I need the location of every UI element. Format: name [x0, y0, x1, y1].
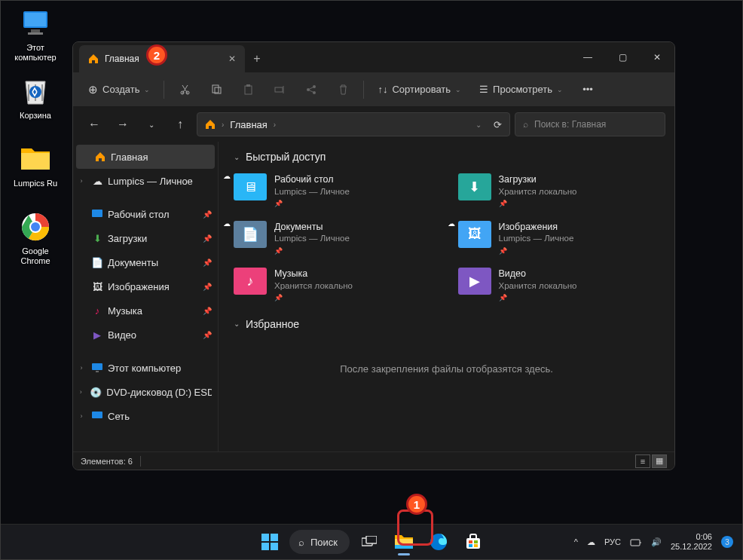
- pin-icon: 📌: [203, 210, 212, 219]
- close-tab-button[interactable]: ✕: [225, 52, 239, 66]
- svg-point-8: [181, 91, 184, 94]
- sidebar-onedrive[interactable]: ›☁Lumpics — Личное: [73, 169, 218, 193]
- sidebar-network[interactable]: ›Сеть: [73, 404, 218, 428]
- windows-icon: [261, 534, 278, 550]
- view-list-button[interactable]: ≡: [635, 454, 650, 468]
- quick-item[interactable]: ☁🖥 Рабочий столLumpics — Личное📌: [234, 173, 436, 209]
- document-icon: 📄: [91, 256, 103, 268]
- paste-icon: [243, 84, 254, 95]
- quick-item[interactable]: ♪ МузыкаХранится локально📌: [234, 268, 436, 303]
- share-button[interactable]: [297, 78, 326, 102]
- more-button[interactable]: •••: [573, 78, 602, 102]
- delete-button[interactable]: [329, 78, 357, 102]
- paste-button[interactable]: [234, 78, 262, 102]
- rename-icon: [274, 84, 286, 95]
- svg-point-4: [29, 86, 41, 98]
- sidebar-home[interactable]: Главная: [76, 145, 215, 169]
- taskbar-search[interactable]: ⌕Поиск: [289, 530, 350, 554]
- monitor-icon: [20, 10, 50, 37]
- desktop-icon-pc[interactable]: Этот компьютер: [7, 7, 64, 63]
- svg-point-9: [186, 91, 189, 94]
- sidebar-pictures[interactable]: 🖼Изображения📌: [73, 274, 218, 298]
- forward-button[interactable]: →: [111, 112, 135, 136]
- quick-item[interactable]: ▶ ВидеоХранится локально📌: [458, 268, 660, 303]
- svg-rect-14: [275, 87, 283, 92]
- svg-rect-12: [245, 86, 252, 94]
- tray-lang[interactable]: РУС: [604, 537, 621, 546]
- view-button[interactable]: ☰Просмотреть⌄: [472, 78, 570, 102]
- new-tab-button[interactable]: +: [245, 45, 269, 72]
- new-button[interactable]: ⊕Создать⌄: [81, 78, 157, 102]
- share-icon: [306, 84, 317, 95]
- cut-icon: [179, 84, 191, 95]
- desktop[interactable]: Этот компьютер Корзина Lumpics Ru Google…: [1, 1, 742, 559]
- recycle-bin-icon: [21, 75, 50, 107]
- section-fav[interactable]: ⌄Избранное: [234, 318, 659, 330]
- sidebar-dvd[interactable]: ›💿DVD-дисковод (D:) ESD-IS: [73, 380, 218, 404]
- home-icon: [205, 119, 216, 130]
- desktop-icon-folder[interactable]: Lumpics Ru: [7, 142, 64, 188]
- start-button[interactable]: [255, 527, 285, 557]
- tray-clock[interactable]: 0:0625.12.2022: [671, 532, 712, 552]
- up-button[interactable]: ↑: [168, 112, 192, 136]
- sidebar-documents[interactable]: 📄Документы📌: [73, 250, 218, 274]
- marker-box-1: [397, 510, 433, 546]
- breadcrumb[interactable]: › Главная › ⌄ ⟳: [197, 112, 510, 136]
- svg-point-16: [313, 85, 316, 88]
- svg-rect-23: [271, 534, 278, 541]
- svg-rect-30: [466, 538, 480, 549]
- back-button[interactable]: ←: [82, 112, 106, 136]
- rename-button[interactable]: [265, 78, 294, 102]
- svg-rect-27: [366, 536, 377, 543]
- copy-button[interactable]: [202, 78, 231, 102]
- tray-onedrive[interactable]: ☁: [587, 537, 595, 547]
- tray-notification[interactable]: 3: [721, 536, 733, 548]
- tray-network[interactable]: [630, 537, 642, 547]
- address-bar: ← → ⌄ ↑ › Главная › ⌄ ⟳ ⌕ Поиск в: Главн…: [73, 107, 674, 142]
- sidebar-desktop[interactable]: Рабочий стол📌: [73, 202, 218, 226]
- svg-point-17: [313, 91, 316, 94]
- picture-icon: 🖼: [91, 280, 103, 292]
- search-input[interactable]: ⌕ Поиск в: Главная: [515, 112, 665, 136]
- quick-item[interactable]: ☁🖼 ИзображенияLumpics — Личное📌: [458, 221, 660, 256]
- music-icon: ♪: [91, 304, 103, 317]
- section-quick[interactable]: ⌄Быстрый доступ: [234, 151, 659, 163]
- taskbar-store[interactable]: [458, 527, 488, 557]
- svg-rect-2: [31, 29, 40, 32]
- marker-1: 1: [406, 494, 427, 515]
- quick-item[interactable]: ☁📄 ДокументыLumpics — Личное📌: [234, 221, 436, 256]
- view-grid-button[interactable]: ▦: [652, 454, 667, 468]
- task-view-button[interactable]: [354, 527, 384, 557]
- svg-rect-19: [92, 363, 102, 370]
- tray-expand[interactable]: ^: [574, 537, 578, 546]
- sidebar-downloads[interactable]: ⬇Загрузки📌: [73, 226, 218, 250]
- minimize-button[interactable]: —: [570, 42, 605, 72]
- svg-rect-10: [213, 85, 219, 93]
- sidebar-videos[interactable]: ▶Видео📌: [73, 323, 218, 347]
- sidebar-music[interactable]: ♪Музыка📌: [73, 298, 218, 323]
- sidebar-pc[interactable]: ›Этот компьютер: [73, 356, 218, 380]
- sort-button[interactable]: ↑↓Сортировать⌄: [370, 78, 469, 102]
- desktop-icon-chrome[interactable]: Google Chrome: [7, 210, 64, 266]
- status-bar: Элементов: 6 ≡ ▦: [73, 451, 674, 470]
- desktop-icon-recycle[interactable]: Корзина: [7, 75, 64, 121]
- svg-rect-22: [261, 534, 269, 541]
- tray-sound[interactable]: 🔊: [651, 537, 662, 547]
- marker-2: 2: [146, 44, 167, 66]
- svg-rect-24: [261, 543, 269, 550]
- close-button[interactable]: ✕: [640, 42, 674, 72]
- trash-icon: [338, 84, 349, 95]
- svg-rect-20: [96, 371, 99, 372]
- svg-rect-1: [25, 13, 46, 26]
- svg-point-15: [307, 88, 310, 91]
- download-icon: ⬇: [91, 232, 103, 244]
- maximize-button[interactable]: ▢: [605, 42, 640, 72]
- recent-button[interactable]: ⌄: [139, 112, 164, 136]
- chrome-icon: [20, 212, 50, 242]
- cloud-icon: ☁: [91, 175, 103, 187]
- svg-rect-31: [469, 540, 472, 543]
- video-icon: ▶: [91, 329, 103, 341]
- folder-icon: [20, 145, 51, 173]
- quick-item[interactable]: ⬇ ЗагрузкиХранится локально📌: [458, 173, 660, 209]
- cut-button[interactable]: [170, 78, 199, 102]
